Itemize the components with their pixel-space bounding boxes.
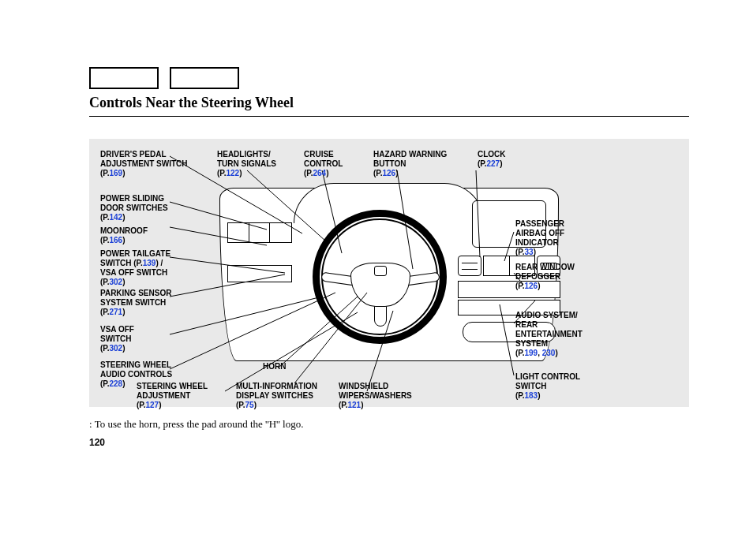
- callout-hazard: HAZARD WARNING BUTTON (P.126): [373, 150, 447, 178]
- page-title: Controls Near the Steering Wheel: [89, 95, 689, 114]
- svg-line-15: [504, 232, 514, 261]
- header-box-right: [170, 67, 239, 89]
- svg-line-12: [279, 297, 358, 368]
- callout-horn: HORN: [263, 362, 286, 371]
- page-link-302b[interactable]: 302: [110, 344, 123, 353]
- callout-passenger-airbag: PASSENGER AIRBAG OFF INDICATOR (P.33): [515, 219, 564, 257]
- page-link-75[interactable]: 75: [245, 401, 254, 409]
- svg-line-11: [476, 170, 480, 257]
- callout-drivers-pedal: DRIVER'S PEDAL ADJUSTMENT SWITCH (P.169): [100, 150, 188, 178]
- svg-line-1: [170, 202, 267, 230]
- page-link-199[interactable]: 199: [525, 349, 538, 357]
- page-link-126b[interactable]: 126: [525, 282, 538, 290]
- page-link-166[interactable]: 166: [110, 236, 123, 245]
- svg-line-5: [170, 297, 322, 334]
- page-link-169[interactable]: 169: [110, 169, 123, 177]
- page-number: 120: [89, 437, 689, 448]
- page-link-142[interactable]: 142: [110, 213, 123, 222]
- callout-windshield: WINDSHIELD WIPERS/WASHERS (P.121): [339, 382, 412, 410]
- header-box-left: [89, 67, 159, 89]
- page-link-122[interactable]: 122: [227, 169, 240, 177]
- svg-line-18: [500, 304, 514, 375]
- page-link-121[interactable]: 121: [348, 401, 362, 409]
- svg-line-2: [170, 227, 267, 245]
- callout-cruise: CRUISE CONTROL (P.264): [304, 150, 343, 178]
- svg-line-7: [225, 312, 358, 391]
- callout-moonroof: MOONROOF (P.166): [100, 226, 148, 245]
- page-link-227[interactable]: 227: [487, 159, 500, 168]
- page-link-126a[interactable]: 126: [383, 169, 396, 177]
- svg-line-3: [170, 257, 285, 273]
- callout-wheel-adjust: STEERING WHEEL ADJUSTMENT (P.127): [137, 382, 208, 410]
- callout-power-tailgate: POWER TAILGATE SWITCH (P.139) / VSA OFF …: [100, 249, 170, 287]
- leader-lines: [89, 139, 689, 407]
- svg-line-6: [170, 293, 335, 369]
- svg-line-8: [247, 170, 326, 241]
- callout-clock: CLOCK (P.227): [478, 150, 506, 169]
- page-link-228[interactable]: 228: [110, 379, 123, 388]
- page-link-230[interactable]: 230: [542, 349, 556, 357]
- callout-light-control: LIGHT CONTROL SWITCH (P.183): [515, 372, 580, 401]
- callout-multi-info: MULTI-INFORMATION DISPLAY SWITCHES (P.75…: [236, 382, 317, 410]
- svg-line-10: [397, 170, 413, 269]
- callout-vsa-off: VSA OFF SWITCH (P.302): [100, 325, 134, 353]
- page-link-127[interactable]: 127: [146, 401, 159, 409]
- page-link-302a[interactable]: 302: [110, 278, 123, 286]
- page-link-33[interactable]: 33: [525, 248, 534, 256]
- page-link-183[interactable]: 183: [525, 391, 538, 400]
- header-boxes: [89, 67, 239, 89]
- footnote-text: : To use the horn, press the pad around …: [89, 418, 689, 431]
- svg-line-4: [170, 274, 285, 297]
- callout-audio-system: AUDIO SYSTEM/ REAR ENTERTAINMENT SYSTEM …: [515, 311, 583, 358]
- callout-rear-defogger: REAR WINDOW DEFOGGER (P.126): [515, 263, 575, 291]
- page-link-271[interactable]: 271: [110, 308, 123, 316]
- diagram-figure: DRIVER'S PEDAL ADJUSTMENT SWITCH (P.169)…: [89, 139, 689, 407]
- page-link-139[interactable]: 139: [143, 259, 156, 267]
- callout-parking-sensor: PARKING SENSOR SYSTEM SWITCH (P.271): [100, 289, 171, 317]
- page-link-264[interactable]: 264: [313, 169, 327, 177]
- svg-line-14: [367, 311, 393, 391]
- title-rule: [89, 116, 689, 117]
- callout-power-sliding: POWER SLIDING DOOR SWITCHES (P.142): [100, 194, 168, 222]
- callout-headlights: HEADLIGHTS/ TURN SIGNALS (P.122): [217, 150, 276, 178]
